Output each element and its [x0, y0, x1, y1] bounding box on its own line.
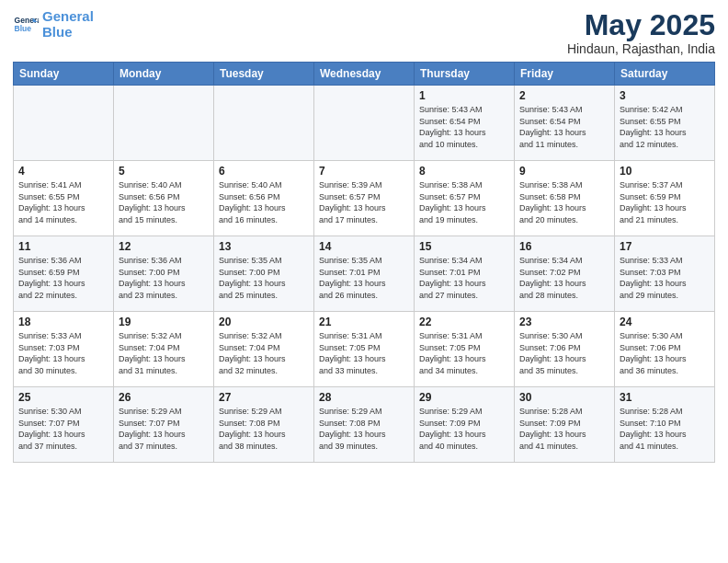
logo-line1: General [42, 8, 94, 24]
day-number: 9 [519, 165, 609, 178]
calendar-cell: 15Sunrise: 5:34 AM Sunset: 7:01 PM Dayli… [415, 236, 515, 312]
day-info: Sunrise: 5:29 AM Sunset: 7:09 PM Dayligh… [419, 406, 509, 452]
day-info: Sunrise: 5:39 AM Sunset: 6:57 PM Dayligh… [319, 179, 409, 225]
day-info: Sunrise: 5:33 AM Sunset: 7:03 PM Dayligh… [18, 330, 108, 376]
calendar-cell: 22Sunrise: 5:31 AM Sunset: 7:05 PM Dayli… [415, 312, 515, 387]
day-number: 5 [119, 165, 209, 178]
day-number: 1 [419, 89, 509, 102]
header-wednesday: Wednesday [314, 63, 415, 86]
calendar-body: 1Sunrise: 5:43 AM Sunset: 6:54 PM Daylig… [14, 86, 715, 463]
day-info: Sunrise: 5:33 AM Sunset: 7:03 PM Dayligh… [620, 255, 710, 301]
calendar-week-5: 25Sunrise: 5:30 AM Sunset: 7:07 PM Dayli… [14, 387, 715, 463]
calendar-cell [114, 86, 214, 161]
header: General Blue General Blue May 2025 Hinda… [13, 9, 715, 56]
calendar-cell: 25Sunrise: 5:30 AM Sunset: 7:07 PM Dayli… [14, 387, 114, 463]
day-info: Sunrise: 5:43 AM Sunset: 6:54 PM Dayligh… [519, 104, 609, 150]
calendar-cell: 1Sunrise: 5:43 AM Sunset: 6:54 PM Daylig… [415, 86, 515, 161]
day-number: 25 [18, 391, 108, 404]
calendar-cell: 29Sunrise: 5:29 AM Sunset: 7:09 PM Dayli… [415, 387, 515, 463]
day-number: 2 [519, 89, 609, 102]
day-number: 31 [620, 391, 710, 404]
calendar-cell: 8Sunrise: 5:38 AM Sunset: 6:57 PM Daylig… [415, 161, 515, 236]
calendar-cell: 9Sunrise: 5:38 AM Sunset: 6:58 PM Daylig… [515, 161, 615, 236]
header-saturday: Saturday [615, 63, 715, 86]
calendar-cell: 13Sunrise: 5:35 AM Sunset: 7:00 PM Dayli… [214, 236, 314, 312]
day-number: 18 [18, 316, 108, 328]
calendar-cell: 12Sunrise: 5:36 AM Sunset: 7:00 PM Dayli… [114, 236, 214, 312]
calendar-cell [314, 86, 415, 161]
header-tuesday: Tuesday [214, 63, 314, 86]
day-info: Sunrise: 5:38 AM Sunset: 6:58 PM Dayligh… [519, 179, 609, 225]
day-number: 13 [219, 240, 309, 253]
calendar-cell: 10Sunrise: 5:37 AM Sunset: 6:59 PM Dayli… [615, 161, 715, 236]
calendar-subtitle: Hindaun, Rajasthan, India [567, 41, 715, 56]
calendar-table: Sunday Monday Tuesday Wednesday Thursday… [13, 62, 715, 463]
title-block: May 2025 Hindaun, Rajasthan, India [567, 9, 715, 56]
calendar-cell [14, 86, 114, 161]
day-number: 8 [419, 165, 509, 178]
logo-line2: Blue [42, 24, 73, 40]
day-number: 14 [319, 240, 409, 253]
header-friday: Friday [515, 63, 615, 86]
day-info: Sunrise: 5:28 AM Sunset: 7:10 PM Dayligh… [620, 406, 710, 452]
calendar-cell: 11Sunrise: 5:36 AM Sunset: 6:59 PM Dayli… [14, 236, 114, 312]
day-number: 28 [319, 391, 409, 404]
calendar-cell: 4Sunrise: 5:41 AM Sunset: 6:55 PM Daylig… [14, 161, 114, 236]
calendar-cell: 30Sunrise: 5:28 AM Sunset: 7:09 PM Dayli… [515, 387, 615, 463]
calendar-cell: 20Sunrise: 5:32 AM Sunset: 7:04 PM Dayli… [214, 312, 314, 387]
day-number: 10 [620, 165, 710, 178]
day-number: 26 [119, 391, 209, 404]
day-number: 23 [519, 316, 609, 328]
day-number: 17 [620, 240, 710, 253]
calendar-week-3: 11Sunrise: 5:36 AM Sunset: 6:59 PM Dayli… [14, 236, 715, 312]
day-info: Sunrise: 5:38 AM Sunset: 6:57 PM Dayligh… [419, 179, 509, 225]
calendar-cell [214, 86, 314, 161]
day-number: 15 [419, 240, 509, 253]
day-info: Sunrise: 5:30 AM Sunset: 7:06 PM Dayligh… [519, 330, 609, 376]
day-info: Sunrise: 5:37 AM Sunset: 6:59 PM Dayligh… [620, 179, 710, 225]
logo-text: General Blue [42, 9, 94, 40]
day-info: Sunrise: 5:31 AM Sunset: 7:05 PM Dayligh… [319, 330, 409, 376]
calendar-cell: 24Sunrise: 5:30 AM Sunset: 7:06 PM Dayli… [615, 312, 715, 387]
day-info: Sunrise: 5:28 AM Sunset: 7:09 PM Dayligh… [519, 406, 609, 452]
calendar-cell: 23Sunrise: 5:30 AM Sunset: 7:06 PM Dayli… [515, 312, 615, 387]
header-monday: Monday [114, 63, 214, 86]
day-info: Sunrise: 5:34 AM Sunset: 7:01 PM Dayligh… [419, 255, 509, 301]
day-info: Sunrise: 5:43 AM Sunset: 6:54 PM Dayligh… [419, 104, 509, 150]
day-number: 21 [319, 316, 409, 328]
calendar-cell: 28Sunrise: 5:29 AM Sunset: 7:08 PM Dayli… [314, 387, 415, 463]
logo-icon: General Blue [13, 12, 39, 38]
day-info: Sunrise: 5:36 AM Sunset: 7:00 PM Dayligh… [119, 255, 209, 301]
calendar-cell: 3Sunrise: 5:42 AM Sunset: 6:55 PM Daylig… [615, 86, 715, 161]
calendar-cell: 21Sunrise: 5:31 AM Sunset: 7:05 PM Dayli… [314, 312, 415, 387]
calendar-cell: 14Sunrise: 5:35 AM Sunset: 7:01 PM Dayli… [314, 236, 415, 312]
day-info: Sunrise: 5:35 AM Sunset: 7:01 PM Dayligh… [319, 255, 409, 301]
day-info: Sunrise: 5:40 AM Sunset: 6:56 PM Dayligh… [219, 179, 309, 225]
day-info: Sunrise: 5:29 AM Sunset: 7:07 PM Dayligh… [119, 406, 209, 452]
day-info: Sunrise: 5:29 AM Sunset: 7:08 PM Dayligh… [219, 406, 309, 452]
day-number: 4 [18, 165, 108, 178]
header-row: Sunday Monday Tuesday Wednesday Thursday… [14, 63, 715, 86]
day-info: Sunrise: 5:35 AM Sunset: 7:00 PM Dayligh… [219, 255, 309, 301]
calendar-cell: 31Sunrise: 5:28 AM Sunset: 7:10 PM Dayli… [615, 387, 715, 463]
calendar-week-4: 18Sunrise: 5:33 AM Sunset: 7:03 PM Dayli… [14, 312, 715, 387]
calendar-cell: 18Sunrise: 5:33 AM Sunset: 7:03 PM Dayli… [14, 312, 114, 387]
day-number: 11 [18, 240, 108, 253]
day-number: 6 [219, 165, 309, 178]
day-info: Sunrise: 5:30 AM Sunset: 7:06 PM Dayligh… [620, 330, 710, 376]
day-number: 3 [620, 89, 710, 102]
calendar-cell: 19Sunrise: 5:32 AM Sunset: 7:04 PM Dayli… [114, 312, 214, 387]
header-sunday: Sunday [14, 63, 114, 86]
day-number: 7 [319, 165, 409, 178]
day-info: Sunrise: 5:30 AM Sunset: 7:07 PM Dayligh… [18, 406, 108, 452]
calendar-page: General Blue General Blue May 2025 Hinda… [0, 0, 728, 563]
calendar-cell: 16Sunrise: 5:34 AM Sunset: 7:02 PM Dayli… [515, 236, 615, 312]
day-number: 30 [519, 391, 609, 404]
day-number: 16 [519, 240, 609, 253]
day-number: 22 [419, 316, 509, 328]
calendar-cell: 6Sunrise: 5:40 AM Sunset: 6:56 PM Daylig… [214, 161, 314, 236]
calendar-cell: 27Sunrise: 5:29 AM Sunset: 7:08 PM Dayli… [214, 387, 314, 463]
calendar-cell: 7Sunrise: 5:39 AM Sunset: 6:57 PM Daylig… [314, 161, 415, 236]
day-number: 19 [119, 316, 209, 328]
day-number: 12 [119, 240, 209, 253]
